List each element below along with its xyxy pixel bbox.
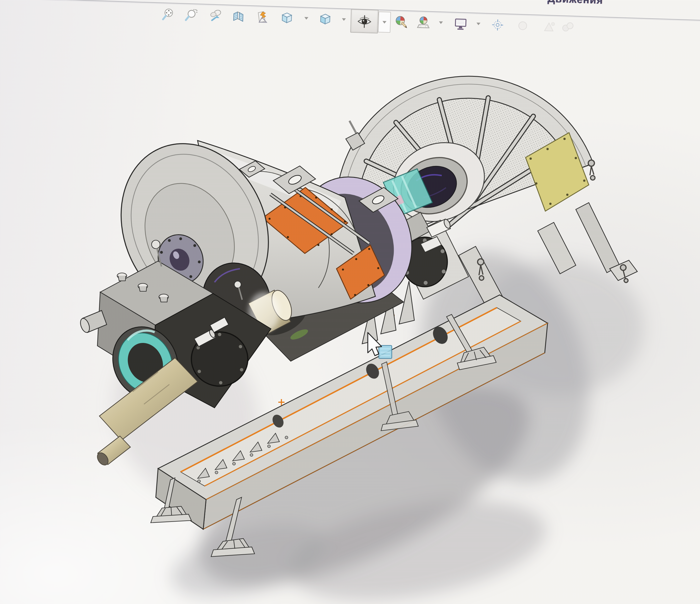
view-orientation-cube-icon bbox=[279, 10, 295, 26]
disabled-tool-button bbox=[542, 19, 557, 34]
tab-motion-studies[interactable]: Движения bbox=[547, 0, 603, 6]
section-view-button[interactable] bbox=[231, 9, 246, 24]
edit-appearance-button[interactable] bbox=[393, 14, 408, 29]
view-settings-button[interactable] bbox=[453, 16, 468, 31]
appearance-sphere-icon bbox=[393, 14, 408, 29]
eye-icon bbox=[356, 13, 373, 29]
view-orientation-button[interactable] bbox=[279, 10, 295, 26]
view-orientation-dropdown[interactable] bbox=[304, 17, 308, 20]
crosshair-target-icon bbox=[490, 18, 505, 33]
dynamic-annotation-views-button[interactable] bbox=[254, 10, 270, 25]
ghost-spheres-icon bbox=[560, 20, 576, 35]
center-view-button[interactable] bbox=[490, 18, 505, 33]
display-style-button[interactable] bbox=[318, 12, 333, 27]
apply-scene-sphere-icon bbox=[416, 15, 431, 30]
disabled-tool-button bbox=[515, 18, 530, 33]
display-style-cube-icon bbox=[318, 12, 333, 27]
zoom-to-fit-icon bbox=[161, 7, 176, 22]
previous-view-button[interactable] bbox=[208, 8, 224, 23]
previous-view-icon bbox=[208, 8, 224, 23]
view-settings-dropdown[interactable] bbox=[476, 23, 480, 25]
ghost-pyramid-icon bbox=[542, 19, 557, 34]
hide-show-items-dropdown[interactable] bbox=[378, 11, 391, 33]
section-view-icon bbox=[231, 9, 246, 24]
zoom-to-fit-button[interactable] bbox=[161, 7, 176, 22]
monitor-icon bbox=[453, 16, 468, 31]
cad-application-window: Движения bbox=[0, 0, 700, 604]
hide-show-items-button[interactable] bbox=[350, 9, 379, 33]
disabled-tool-button bbox=[560, 20, 576, 35]
apply-scene-dropdown[interactable] bbox=[439, 21, 443, 24]
zoom-to-area-icon bbox=[184, 8, 199, 23]
display-style-dropdown[interactable] bbox=[342, 18, 346, 21]
apply-scene-button[interactable] bbox=[416, 15, 431, 30]
zoom-to-area-button[interactable] bbox=[184, 8, 199, 23]
annotation-views-icon bbox=[254, 10, 270, 25]
ghost-circle-icon bbox=[515, 18, 530, 33]
application-chrome: Движения bbox=[0, 0, 700, 604]
